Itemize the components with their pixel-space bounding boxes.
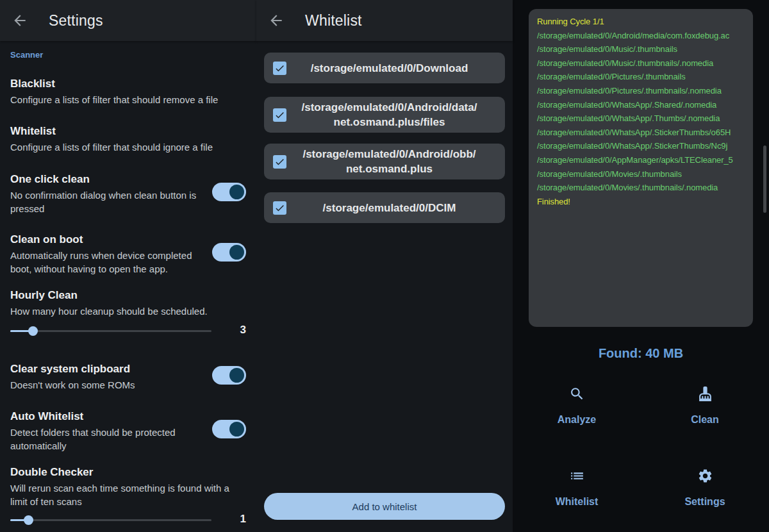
whitelist-path: /storage/emulated/0/Android/obb/ net.osm… xyxy=(286,147,505,176)
clear-clipboard-toggle[interactable] xyxy=(212,366,246,385)
page-title: Settings xyxy=(49,12,103,29)
main-screen: Running Cycle 1/1 /storage/emulated/0/An… xyxy=(513,0,769,532)
log-line: /storage/emulated/0/Music/.thumbnails xyxy=(537,42,745,56)
log-line: /storage/emulated/0/WhatsApp/.Shared/.no… xyxy=(537,98,745,112)
broom-icon xyxy=(697,386,713,402)
whitelist-entry[interactable]: /storage/emulated/0/DCIM xyxy=(264,192,505,223)
action-label: Settings xyxy=(684,496,725,508)
setting-desc: How many hour cleanup should be schedule… xyxy=(10,304,246,318)
checkbox-checked-icon[interactable] xyxy=(273,108,286,122)
slider-value: 1 xyxy=(240,513,246,526)
toggle-knob xyxy=(229,368,244,383)
whitelist-path: /storage/emulated/0/Download xyxy=(286,61,505,76)
analyze-button[interactable]: Analyze xyxy=(513,386,641,426)
action-label: Clean xyxy=(691,414,719,426)
toggle-knob xyxy=(229,422,244,436)
setting-title: Hourly Clean xyxy=(10,289,246,302)
setting-clear-clipboard[interactable]: Clear system clipboard Doesn't work on s… xyxy=(10,363,246,392)
whitelist-entry[interactable]: /storage/emulated/0/Android/obb/ net.osm… xyxy=(264,144,505,179)
setting-blacklist[interactable]: Blacklist Configure a lists of filter th… xyxy=(10,78,246,106)
slider-value: 3 xyxy=(240,324,246,337)
setting-desc: Automatically runs when device completed… xyxy=(10,249,204,276)
gear-icon xyxy=(697,468,713,484)
search-icon xyxy=(569,386,585,402)
setting-desc: Configure a lists of filter that should … xyxy=(10,93,246,106)
setting-desc: Will rerun scan each time something is f… xyxy=(10,481,246,508)
whitelist-entry[interactable]: /storage/emulated/0/Android/data/ net.os… xyxy=(264,97,505,133)
whitelist-path: /storage/emulated/0/Android/data/ net.os… xyxy=(286,100,505,129)
section-label-scanner: Scanner xyxy=(10,50,246,60)
whitelist-entry[interactable]: /storage/emulated/0/Download xyxy=(264,53,505,83)
slider-thumb[interactable] xyxy=(28,326,38,336)
toggle-knob xyxy=(229,185,244,199)
add-to-whitelist-button[interactable]: Add to whitelist xyxy=(264,493,505,520)
checkbox-checked-icon[interactable] xyxy=(273,62,286,75)
double-checker-slider[interactable]: 1 xyxy=(10,511,246,528)
action-label: Analyze xyxy=(558,414,596,426)
whitelist-appbar: Whitelist xyxy=(256,0,513,41)
setting-desc: Doesn't work on some ROMs xyxy=(10,378,246,392)
setting-title: Double Checker xyxy=(10,466,246,479)
whitelist-path: /storage/emulated/0/DCIM xyxy=(286,201,505,215)
log-line: /storage/emulated/0/WhatsApp/.StickerThu… xyxy=(537,126,745,140)
setting-whitelist[interactable]: Whitelist Configure a lists of filter th… xyxy=(10,125,246,154)
setting-desc: No confirmation dialog when clean button… xyxy=(10,188,204,215)
found-size-label: Found: 40 MB xyxy=(513,346,769,361)
setting-double-checker: Double Checker Will rerun scan each time… xyxy=(10,466,246,508)
whitelist-screen: Whitelist /storage/emulated/0/Download /… xyxy=(256,0,513,532)
one-click-clean-toggle[interactable] xyxy=(212,183,246,201)
setting-one-click-clean[interactable]: One click clean No confirmation dialog w… xyxy=(10,173,246,215)
settings-appbar: Settings xyxy=(0,0,256,41)
setting-title: Auto Whitelist xyxy=(10,410,204,423)
log-line: /storage/emulated/0/Android/media/com.fo… xyxy=(537,29,745,43)
slider-track[interactable] xyxy=(10,330,211,332)
page-title: Whitelist xyxy=(305,12,362,29)
log-line: /storage/emulated/0/Movies/.thumbnails/.… xyxy=(537,181,745,195)
whitelist-button[interactable]: Whitelist xyxy=(513,468,641,508)
hourly-clean-slider[interactable]: 3 xyxy=(10,322,246,339)
setting-hourly-clean: Hourly Clean How many hour cleanup shoul… xyxy=(10,289,246,318)
log-line: Finished! xyxy=(537,195,745,209)
slider-track[interactable] xyxy=(10,519,211,521)
log-line: Running Cycle 1/1 xyxy=(537,15,745,29)
scrollbar[interactable] xyxy=(763,145,766,213)
setting-title: Whitelist xyxy=(10,125,246,138)
clean-button[interactable]: Clean xyxy=(641,386,769,426)
toggle-knob xyxy=(229,245,244,260)
clean-on-boot-toggle[interactable] xyxy=(212,243,246,262)
auto-whitelist-toggle[interactable] xyxy=(212,420,246,438)
back-arrow-icon[interactable] xyxy=(12,12,28,29)
log-line: /storage/emulated/0/Music/.thumbnails/.n… xyxy=(537,56,745,71)
checkbox-checked-icon[interactable] xyxy=(273,155,286,169)
setting-title: Clean on boot xyxy=(10,233,204,246)
scan-log[interactable]: Running Cycle 1/1 /storage/emulated/0/An… xyxy=(529,9,753,327)
setting-title: Clear system clipboard xyxy=(10,363,246,376)
checkbox-checked-icon[interactable] xyxy=(273,201,286,215)
list-icon xyxy=(569,468,585,484)
log-line: /storage/emulated/0/Pictures/.thumbnails… xyxy=(537,84,745,98)
log-line: /storage/emulated/0/WhatsApp/.Thumbs/.no… xyxy=(537,112,745,126)
log-line: /storage/emulated/0/WhatsApp/.StickerThu… xyxy=(537,139,745,153)
setting-title: Blacklist xyxy=(10,78,246,90)
setting-desc: Detect folders that should be protected … xyxy=(10,426,204,453)
settings-screen: Settings Scanner Blacklist Configure a l… xyxy=(0,0,256,532)
settings-button[interactable]: Settings xyxy=(641,468,769,508)
log-line: /storage/emulated/0/AppManager/apks/LTEC… xyxy=(537,153,745,167)
setting-desc: Configure a lists of filter that should … xyxy=(10,140,246,154)
action-label: Whitelist xyxy=(556,496,599,508)
setting-title: One click clean xyxy=(10,173,204,186)
log-line: /storage/emulated/0/Movies/.thumbnails xyxy=(537,167,745,181)
setting-clean-on-boot[interactable]: Clean on boot Automatically runs when de… xyxy=(10,233,246,276)
setting-auto-whitelist[interactable]: Auto Whitelist Detect folders that shoul… xyxy=(10,410,246,453)
back-arrow-icon[interactable] xyxy=(268,12,285,29)
log-line: /storage/emulated/0/Pictures/.thumbnails xyxy=(537,70,745,84)
slider-thumb[interactable] xyxy=(24,515,33,525)
